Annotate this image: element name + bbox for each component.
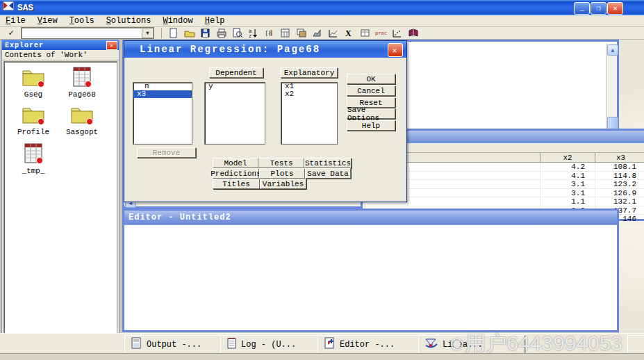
graph-icon[interactable] xyxy=(311,28,324,39)
model-button[interactable]: Model xyxy=(213,158,258,168)
item-label: Profile xyxy=(17,128,49,136)
titles-button[interactable]: Titles xyxy=(213,179,260,189)
tests-button[interactable]: Tests xyxy=(258,158,304,168)
explanatory-list[interactable]: x1 x2 xyxy=(281,82,338,145)
new-file-icon[interactable] xyxy=(167,28,180,39)
dependent-button[interactable]: Dependent xyxy=(209,67,263,78)
column-header-x3[interactable]: x3 xyxy=(595,153,644,162)
dependent-list[interactable]: y xyxy=(204,82,265,145)
dataset-icon xyxy=(22,142,44,167)
editor-window: Editor - Untitled2 xyxy=(122,208,619,332)
taskbar-editor-button[interactable]: Editor -... xyxy=(317,335,424,354)
restore-button[interactable]: ❐ xyxy=(591,2,606,15)
menu-window[interactable]: Window xyxy=(163,16,192,26)
explanatory-button[interactable]: Explanatory xyxy=(281,67,338,78)
cancel-button[interactable]: Cancel xyxy=(347,85,395,96)
explorer-item-tmp[interactable]: _tmp_ xyxy=(8,142,58,175)
source-variable-list[interactable]: n x3 xyxy=(133,82,192,145)
save-options-button[interactable]: Save Options xyxy=(347,108,395,119)
list-item-x3[interactable]: x3 xyxy=(133,90,192,98)
plots-button[interactable]: Plots xyxy=(259,168,305,179)
command-input[interactable]: ▼ xyxy=(21,27,154,39)
open-icon[interactable] xyxy=(183,28,196,39)
menu-file[interactable]: File xyxy=(6,16,26,26)
funnel-icon xyxy=(424,337,438,352)
menu-bar: File View Tools Solutions Window Help xyxy=(0,15,644,27)
print-preview-icon[interactable] xyxy=(231,28,244,39)
menu-solutions[interactable]: Solutions xyxy=(106,16,151,26)
dialog-close-icon[interactable]: ✕ xyxy=(388,43,403,57)
app-title: SAS xyxy=(17,3,33,13)
plot-icon[interactable] xyxy=(390,28,404,39)
minimize-button[interactable]: _ xyxy=(574,2,590,15)
taskbar-linear-regression-button[interactable]: Linea... xyxy=(418,335,525,354)
dataset-icon xyxy=(71,66,93,90)
explorer-item-profile[interactable]: Profile xyxy=(8,105,58,136)
list-item-x2[interactable]: x2 xyxy=(281,90,337,98)
svg-text:X: X xyxy=(345,28,352,38)
menu-view[interactable]: View xyxy=(38,16,58,26)
explorer-item-gseg[interactable]: Gseg xyxy=(8,67,58,99)
item-label: Gseg xyxy=(24,90,42,99)
calculator-icon[interactable] xyxy=(279,28,292,39)
taskbar-output-button[interactable]: Output -... xyxy=(124,335,225,354)
menu-tools[interactable]: Tools xyxy=(69,16,94,26)
explorer-title: Explorer xyxy=(5,42,44,49)
variables-button[interactable]: Variables xyxy=(260,179,306,189)
scroll-up-icon[interactable]: ▲ xyxy=(607,44,618,56)
item-label: Page68 xyxy=(68,90,96,99)
help-button[interactable]: Help xyxy=(347,120,395,131)
save-data-button[interactable]: Save Data xyxy=(305,168,351,179)
explorer-item-sasgopt[interactable]: Sasgopt xyxy=(57,105,107,136)
proc-icon[interactable]: proc xyxy=(374,28,388,39)
status-strip xyxy=(0,353,644,360)
editor-titlebar: Editor - Untitled2 xyxy=(124,211,617,224)
output-icon xyxy=(131,337,142,352)
folder-icon xyxy=(21,105,46,128)
menu-help[interactable]: Help xyxy=(205,16,225,26)
taskbar-partial-button[interactable] xyxy=(627,335,644,354)
explorer-contents-header: Contents of 'Work' xyxy=(2,50,119,60)
taskbtn-label: Linea... xyxy=(443,340,483,350)
print-icon[interactable] xyxy=(215,28,228,39)
column-header-x2[interactable]: x2 xyxy=(540,153,595,162)
taskbtn-label: Editor -... xyxy=(340,340,395,350)
sas-logo-icon xyxy=(3,1,14,14)
chevron-down-icon[interactable]: ▼ xyxy=(142,28,154,38)
table-view-icon[interactable] xyxy=(358,28,372,39)
dialog-options-grid: Model Tests Statistics Predictions Plots… xyxy=(213,158,395,189)
submit-check-icon[interactable]: ✓ xyxy=(4,28,18,38)
explorer-close-icon[interactable]: ✕ xyxy=(106,41,117,50)
sort-icon[interactable]: az xyxy=(247,28,260,39)
explorer-item-page68[interactable]: Page68 xyxy=(57,66,107,99)
folder-icon xyxy=(21,67,46,90)
linear-regression-dialog: Linear Regression: Page68 ✕ Dependent Ex… xyxy=(124,40,407,202)
item-label: Sasgopt xyxy=(66,128,98,136)
statistics-button[interactable]: Statistics xyxy=(304,158,352,168)
explorer-panel: Explorer ✕ Contents of 'Work' Gseg Page6… xyxy=(1,40,119,355)
item-label: _tmp_ xyxy=(22,167,44,175)
editor-content[interactable] xyxy=(124,224,617,330)
toolbar-separator xyxy=(161,28,162,38)
folder-icon xyxy=(69,105,94,128)
editor-icon xyxy=(324,337,336,352)
editor-title: Editor - Untitled2 xyxy=(129,213,231,222)
convert-icon[interactable]: [8 xyxy=(263,28,276,39)
close-button[interactable]: ✕ xyxy=(607,2,623,15)
taskbtn-label: Output -... xyxy=(147,340,201,350)
taskbar-log-button[interactable]: Log - (U... xyxy=(220,335,324,354)
chart-icon[interactable] xyxy=(327,28,340,39)
explorer-body: Gseg Page68 Profile Sasgopt _tmp_ xyxy=(3,61,117,343)
remove-button[interactable]: Remove xyxy=(137,147,196,158)
tool-bar: ✓ ▼ az [8 X proc xyxy=(0,27,644,40)
ok-button[interactable]: OK xyxy=(347,74,395,84)
svg-text:proc: proc xyxy=(375,31,387,36)
new-window-icon[interactable] xyxy=(295,28,308,39)
help-book-icon[interactable] xyxy=(406,28,420,39)
log-icon xyxy=(226,337,237,352)
window-taskbar: Output -... Log - (U... Editor -... Line… xyxy=(0,333,644,353)
formula-icon[interactable]: X xyxy=(342,28,356,39)
save-icon[interactable] xyxy=(199,28,212,39)
list-item-y[interactable]: y xyxy=(205,83,265,90)
predictions-button[interactable]: Predictions xyxy=(213,168,259,179)
